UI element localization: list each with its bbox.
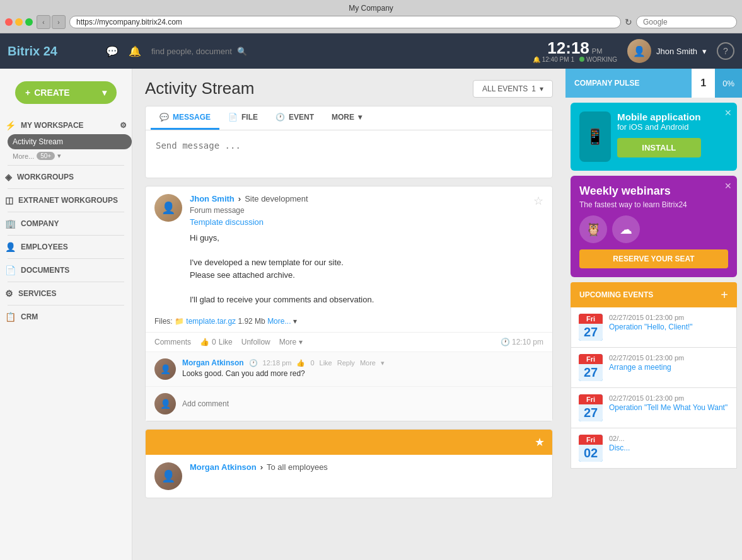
post-files: Files: 📁 template.tar.gz 1.92 Mb More...… — [146, 313, 552, 332]
all-events-button[interactable]: ALL EVENTS 1 ▾ — [473, 80, 553, 98]
event-day-num: 27 — [579, 364, 603, 381]
company-icon: 🏢 — [5, 219, 16, 229]
sidebar-item-activity-stream[interactable]: Activity Stream — [8, 134, 132, 149]
file-more[interactable]: More... — [267, 317, 291, 326]
tab-file[interactable]: 📄 FILE — [219, 106, 267, 130]
event-title[interactable]: Arrange a meeting — [609, 363, 729, 372]
header-search[interactable]: find people, document 🔍 — [151, 47, 523, 56]
sidebar-item-label: EMPLOYEES — [21, 243, 68, 251]
chevron-down-icon: ▾ — [57, 152, 61, 160]
event-day-num: 27 — [579, 324, 603, 341]
add-comment-input[interactable] — [182, 399, 543, 408]
close-icon[interactable]: ✕ — [724, 181, 732, 191]
reserve-button[interactable]: RESERVE YOUR SEAT — [579, 249, 728, 268]
post-link[interactable]: Template discussion — [190, 217, 264, 227]
minimize-dot[interactable] — [15, 18, 23, 26]
feed-area: 💬 MESSAGE 📄 FILE 🕐 EVENT MORE ▾ — [132, 106, 565, 560]
event-title[interactable]: Disc... — [609, 443, 729, 452]
tab-more[interactable]: MORE ▾ — [323, 106, 371, 130]
post-author-name[interactable]: Morgan Atkinson — [190, 462, 257, 472]
help-button[interactable]: ? — [717, 42, 734, 60]
sidebar-item-label: Activity Stream — [13, 137, 63, 146]
comment-more-action[interactable]: More — [360, 359, 376, 367]
reply-action[interactable]: Reply — [337, 359, 355, 367]
clock-time: 12:18 — [547, 40, 589, 56]
mobile-title: Mobile application — [617, 111, 701, 122]
comments-action[interactable]: Comments — [154, 338, 191, 346]
event-day-name: Fri — [579, 435, 603, 445]
header-user[interactable]: 👤 Jhon Smith ▾ — [627, 39, 707, 63]
maximize-dot[interactable] — [25, 18, 33, 26]
comment-like-count: 0 — [310, 359, 314, 367]
chat-icon[interactable]: 💬 — [106, 45, 119, 57]
sidebar-item-company[interactable]: 🏢 COMPANY — [0, 215, 132, 232]
close-icon[interactable]: ✕ — [724, 108, 732, 118]
sidebar-more-items[interactable]: More... 50+ ▾ — [8, 149, 132, 163]
mobile-subtitle: for iOS and Android — [617, 122, 701, 132]
sidebar-item-extranet-workgroups[interactable]: ◫ EXTRANET WORKGROUPS — [0, 191, 132, 209]
all-events-count: 1 — [531, 84, 536, 93]
comment-like-label[interactable]: Like — [320, 359, 332, 367]
clock-icon: 🕐 — [249, 359, 258, 367]
tab-event[interactable]: 🕐 EVENT — [267, 106, 323, 130]
content-area: Activity Stream ALL EVENTS 1 ▾ 💬 MESSAGE… — [132, 69, 565, 560]
star-icon[interactable]: ★ — [535, 435, 545, 449]
event-calendar: Fri 27 — [579, 314, 603, 341]
like-action[interactable]: 👍 0 Like — [200, 338, 233, 346]
sidebar-item-workgroups[interactable]: ◈ WORKGROUPS — [0, 168, 132, 186]
sidebar-item-employees[interactable]: 👤 EMPLOYEES — [0, 238, 132, 256]
logo: Bitrix 24 — [8, 44, 96, 59]
post-target[interactable]: Site development — [245, 194, 308, 203]
browser-nav[interactable]: ‹ › — [37, 15, 66, 29]
event-title[interactable]: Operation "Hello, Client!" — [609, 323, 729, 331]
post-author-avatar: 👤 — [154, 194, 182, 222]
address-bar[interactable]: https://mycompany.bitrix24.com — [69, 16, 621, 28]
event-day-name: Fri — [579, 394, 603, 404]
close-dot[interactable] — [5, 18, 13, 26]
composer-input[interactable] — [156, 140, 542, 166]
sidebar-item-label: EXTRANET WORKGROUPS — [18, 196, 118, 205]
sidebar-item-services[interactable]: ⚙ SERVICES — [0, 285, 132, 302]
event-date: 02/... — [609, 435, 729, 442]
post-target[interactable]: To all employees — [267, 462, 328, 472]
status-dot — [579, 57, 584, 62]
sidebar-item-crm[interactable]: 📋 CRM — [0, 308, 132, 326]
sidebar-item-documents[interactable]: 📄 DOCUMENTS — [0, 261, 132, 279]
message-icon: 💬 — [159, 113, 169, 122]
alarm-icon: 🔔 — [533, 56, 540, 63]
sidebar-item-my-workspace[interactable]: ⚡ MY WORKSPACE ⚙ — [0, 117, 132, 134]
username: Jhon Smith — [656, 47, 697, 56]
plus-icon: + — [25, 88, 30, 98]
comment-author[interactable]: Morgan Atkinson — [182, 358, 244, 367]
forward-button[interactable]: › — [52, 15, 66, 29]
event-title[interactable]: Operation "Tell Me What You Want" — [609, 403, 729, 412]
header-clock: 12:18 PM 🔔 12:40 PM 1 WORKING — [533, 40, 617, 63]
refresh-button[interactable]: ↻ — [625, 17, 632, 27]
file-link[interactable]: template.tar.gz — [186, 317, 236, 326]
bell-icon[interactable]: 🔔 — [129, 45, 141, 57]
post-author-avatar: 👤 — [154, 462, 182, 490]
unfollow-action[interactable]: Unfollow — [241, 338, 270, 346]
star-icon[interactable]: ☆ — [533, 194, 543, 208]
more-action[interactable]: More ▾ — [279, 338, 303, 346]
chevron-down-icon: ▾ — [102, 88, 107, 98]
add-event-button[interactable]: + — [721, 289, 728, 301]
webinar-subtitle: The fastest way to learn Bitrix24 — [579, 200, 728, 209]
browser-search-input[interactable] — [636, 16, 737, 28]
sidebar-item-label: MY WORKSPACE — [21, 121, 84, 130]
all-events-label: ALL EVENTS — [482, 84, 528, 93]
search-placeholder-text: find people, document — [151, 47, 232, 56]
chevron-down-icon: ▾ — [381, 359, 385, 367]
browser-title: My Company — [349, 4, 393, 13]
create-button[interactable]: + CREATE ▾ — [15, 81, 117, 104]
post-banner: ★ — [146, 430, 552, 455]
tab-message[interactable]: 💬 MESSAGE — [151, 106, 219, 130]
settings-icon[interactable]: ⚙ — [120, 121, 127, 130]
post-actions: Comments 👍 0 Like Unfollow More ▾ — [146, 332, 552, 351]
install-button[interactable]: INSTALL — [617, 138, 701, 157]
clock-ampm: PM — [592, 47, 603, 55]
phone-icon: 📱 — [579, 111, 611, 162]
post-author-name[interactable]: Jhon Smith — [190, 194, 235, 203]
back-button[interactable]: ‹ — [37, 15, 50, 29]
content-header: Activity Stream ALL EVENTS 1 ▾ — [132, 69, 565, 106]
